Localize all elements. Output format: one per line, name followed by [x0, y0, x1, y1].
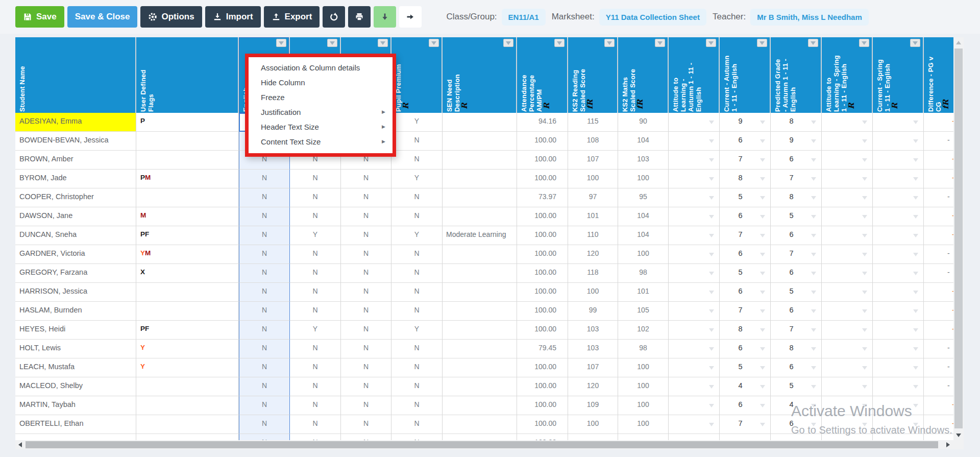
current-spring-cell[interactable] [873, 415, 924, 434]
user-defined-flags-cell[interactable] [136, 132, 239, 151]
pupil-premium-cell[interactable]: Y [391, 170, 443, 188]
current-spring-cell[interactable] [873, 170, 924, 188]
student-name-cell[interactable]: BROWN, Amber [15, 151, 136, 170]
predicted-grade-cell[interactable] [771, 434, 822, 440]
filter-button-attitude_autumn[interactable] [706, 39, 716, 47]
eng-a-cell[interactable]: N [239, 207, 290, 226]
pupil-premium-cell[interactable]: N [391, 188, 443, 207]
attitude-spring-cell[interactable] [822, 396, 873, 415]
cell-dropdown-icon[interactable] [862, 177, 867, 181]
attitude-spring-cell[interactable] [822, 226, 873, 245]
eng-c-cell[interactable]: N [341, 396, 391, 415]
filter-button-sen_need[interactable] [503, 39, 513, 47]
ks2-reading-cell[interactable] [568, 434, 618, 440]
pupil-premium-cell[interactable]: N [391, 434, 443, 440]
predicted-grade-cell[interactable]: 7 [771, 245, 822, 264]
current-autumn-cell[interactable]: 7 [720, 226, 771, 245]
menu-item-association-column-details[interactable]: Association & Column details [249, 60, 393, 75]
eng-a-cell[interactable]: N [239, 264, 290, 283]
attitude-autumn-cell[interactable] [669, 132, 720, 151]
ks2-maths-cell[interactable]: 102 [618, 321, 669, 340]
ks2-reading-cell[interactable]: 97 [568, 188, 618, 207]
cell-dropdown-icon[interactable] [760, 139, 765, 143]
eng-b-cell[interactable]: N [290, 188, 341, 207]
ks2-reading-cell[interactable]: 99 [568, 302, 618, 321]
pupil-premium-cell[interactable]: N [391, 340, 443, 358]
cell-dropdown-icon[interactable] [862, 385, 867, 389]
current-autumn-cell[interactable]: 9 [720, 113, 771, 132]
attendance-cell[interactable]: 100.00 [517, 207, 568, 226]
sen-need-cell[interactable] [443, 415, 517, 434]
user-defined-flags-cell[interactable]: P [136, 113, 239, 132]
current-spring-cell[interactable] [873, 302, 924, 321]
eng-c-cell[interactable]: N [341, 245, 391, 264]
user-defined-flags-cell[interactable] [136, 377, 239, 396]
cell-dropdown-icon[interactable] [913, 272, 918, 275]
cell-dropdown-icon[interactable] [811, 404, 816, 407]
current-spring-cell[interactable] [873, 151, 924, 170]
current-autumn-cell[interactable]: 6 [720, 245, 771, 264]
sen-need-cell[interactable] [443, 151, 517, 170]
import-button[interactable]: Import [205, 6, 261, 28]
eng-c-cell[interactable]: N [341, 264, 391, 283]
predicted-grade-cell[interactable]: 6 [771, 302, 822, 321]
save-button[interactable]: Save [15, 6, 64, 28]
attitude-autumn-cell[interactable] [669, 358, 720, 377]
attendance-cell[interactable]: 100.00 [517, 302, 568, 321]
ks2-reading-cell[interactable]: 100 [568, 283, 618, 302]
cell-dropdown-icon[interactable] [811, 121, 816, 124]
student-name-cell[interactable]: HARRISON, Jessica [15, 283, 136, 302]
attitude-spring-cell[interactable] [822, 358, 873, 377]
cell-dropdown-icon[interactable] [760, 423, 765, 426]
pupil-premium-cell[interactable]: N [391, 283, 443, 302]
current-spring-cell[interactable] [873, 113, 924, 132]
cell-dropdown-icon[interactable] [709, 158, 714, 162]
ks2-reading-cell[interactable]: 103 [568, 321, 618, 340]
ks2-maths-cell[interactable]: 90 [618, 113, 669, 132]
attendance-cell[interactable]: 100.00 [517, 226, 568, 245]
predicted-grade-cell[interactable]: 4 [771, 396, 822, 415]
column-header-attendance[interactable]: Attendance Percentage AM/PM R [517, 37, 568, 113]
attendance-cell[interactable]: 100.00 [517, 377, 568, 396]
eng-c-cell[interactable]: N [341, 226, 391, 245]
pupil-premium-cell[interactable]: N [391, 245, 443, 264]
eng-a-cell[interactable]: N [239, 377, 290, 396]
user-defined-flags-cell[interactable] [136, 283, 239, 302]
cell-dropdown-icon[interactable] [862, 253, 867, 256]
attitude-spring-cell[interactable] [822, 132, 873, 151]
student-name-cell[interactable]: MARTIN, Taybah [15, 396, 136, 415]
cell-dropdown-icon[interactable] [811, 158, 816, 162]
cell-dropdown-icon[interactable] [913, 234, 918, 237]
attitude-spring-cell[interactable] [822, 207, 873, 226]
attitude-spring-cell[interactable] [822, 264, 873, 283]
sen-need-cell[interactable] [443, 245, 517, 264]
attitude-autumn-cell[interactable] [669, 302, 720, 321]
predicted-grade-cell[interactable]: 9 [771, 132, 822, 151]
student-name-cell[interactable]: HOLT, Lewis [15, 340, 136, 358]
menu-item-header-text-size[interactable]: Header Text Size▶ [249, 119, 393, 134]
student-name-cell[interactable]: GARDNER, Victoria [15, 245, 136, 264]
predicted-grade-cell[interactable]: 8 [771, 188, 822, 207]
current-autumn-cell[interactable]: 7 [720, 415, 771, 434]
cell-dropdown-icon[interactable] [862, 121, 867, 124]
predicted-grade-cell[interactable]: 6 [771, 415, 822, 434]
cell-dropdown-icon[interactable] [913, 158, 918, 162]
attitude-spring-cell[interactable] [822, 377, 873, 396]
cell-dropdown-icon[interactable] [862, 234, 867, 237]
ks2-maths-cell[interactable]: 100 [618, 377, 669, 396]
column-header-sen_need[interactable]: SEN Need Description R [443, 37, 517, 113]
filter-button-ks2_reading[interactable] [604, 39, 615, 47]
student-name-cell[interactable] [15, 434, 136, 440]
current-spring-cell[interactable] [873, 340, 924, 358]
ks2-maths-cell[interactable]: 100 [618, 396, 669, 415]
cell-dropdown-icon[interactable] [709, 272, 714, 275]
student-name-cell[interactable]: DAWSON, Jane [15, 207, 136, 226]
vertical-scrollbar[interactable] [953, 37, 964, 440]
current-spring-cell[interactable] [873, 396, 924, 415]
current-spring-cell[interactable] [873, 321, 924, 340]
attendance-cell[interactable]: 79.45 [517, 340, 568, 358]
filter-button-attendance[interactable] [554, 39, 565, 47]
cell-dropdown-icon[interactable] [811, 385, 816, 389]
cell-dropdown-icon[interactable] [709, 423, 714, 426]
cell-dropdown-icon[interactable] [709, 404, 714, 407]
